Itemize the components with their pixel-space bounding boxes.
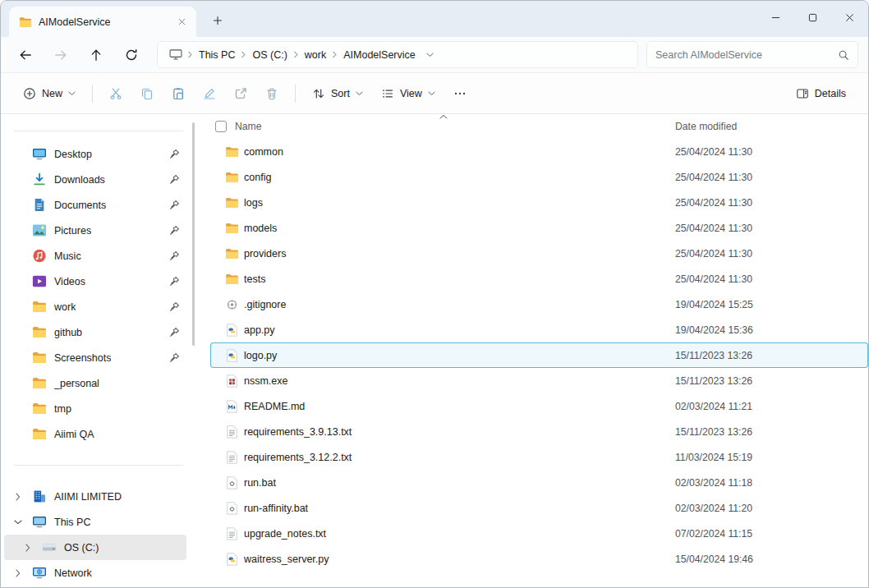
sidebar-item-label: Downloads bbox=[54, 174, 105, 186]
file-row-common[interactable]: common 25/04/2024 11:30 bbox=[210, 139, 868, 164]
file-row-run-affinity-bat[interactable]: run-affinity.bat 02/03/2024 11:20 bbox=[210, 495, 868, 521]
file-row-logs[interactable]: logs 25/04/2024 11:30 bbox=[210, 190, 868, 215]
column-header-name[interactable]: Name bbox=[235, 121, 675, 132]
folder-icon bbox=[32, 351, 47, 365]
file-row-run-bat[interactable]: run.bat 02/03/2024 11:18 bbox=[210, 470, 868, 495]
sidebar-divider bbox=[14, 131, 183, 131]
network-icon bbox=[32, 566, 47, 580]
refresh-button[interactable] bbox=[117, 41, 146, 69]
folder-icon bbox=[32, 300, 47, 314]
pinned-icon bbox=[169, 200, 180, 210]
sidebar-item-tmp[interactable]: tmp bbox=[4, 396, 186, 421]
breadcrumb-os-c[interactable]: OS (C:) bbox=[246, 46, 292, 64]
breadcrumb-dropdown-icon[interactable] bbox=[421, 53, 439, 57]
details-button[interactable]: Details bbox=[787, 80, 855, 108]
select-all-checkbox[interactable] bbox=[215, 121, 227, 132]
file-row-requirements-3-9-13-txt[interactable]: requirements_3.9.13.txt 15/11/2023 13:26 bbox=[210, 419, 868, 444]
explorer-tab[interactable]: AIModelService bbox=[9, 7, 196, 37]
file-date-modified: 19/04/2024 15:25 bbox=[675, 299, 753, 310]
this-pc-icon[interactable] bbox=[164, 49, 187, 60]
sidebar-item-network[interactable]: Network bbox=[4, 560, 186, 586]
file-name: config bbox=[244, 172, 675, 183]
drive-icon bbox=[42, 540, 57, 554]
address-bar[interactable]: This PC OS (C:) work AIModelService bbox=[157, 41, 638, 68]
chevron-down-icon bbox=[68, 91, 76, 96]
new-tab-button[interactable] bbox=[206, 9, 229, 32]
breadcrumb-work[interactable]: work bbox=[299, 46, 332, 64]
search-input[interactable] bbox=[655, 49, 838, 61]
sort-button[interactable]: Sort bbox=[303, 80, 372, 108]
file-date-modified: 11/03/2024 15:19 bbox=[675, 452, 752, 463]
chevron-icon[interactable] bbox=[12, 518, 32, 526]
search-icon[interactable] bbox=[838, 49, 849, 61]
music-icon bbox=[32, 249, 47, 263]
chevron-icon[interactable] bbox=[12, 569, 32, 577]
up-button[interactable] bbox=[81, 41, 111, 69]
chevron-icon[interactable] bbox=[22, 544, 42, 552]
sidebar-item-screenshots[interactable]: Screenshots bbox=[4, 345, 186, 370]
file-row-upgrade-notes-txt[interactable]: upgrade_notes.txt 07/02/2024 11:15 bbox=[210, 521, 868, 546]
sidebar-item-downloads[interactable]: Downloads bbox=[4, 167, 186, 192]
forward-button[interactable] bbox=[46, 41, 76, 69]
file-name: run-affinity.bat bbox=[244, 503, 675, 514]
chevron-icon[interactable] bbox=[12, 493, 32, 501]
sidebar-item-work[interactable]: work bbox=[4, 294, 186, 319]
file-name: .gitignore bbox=[244, 299, 675, 310]
git-icon bbox=[225, 298, 239, 311]
sidebar-item-pictures[interactable]: Pictures bbox=[4, 218, 186, 243]
rename-button[interactable] bbox=[194, 80, 225, 108]
sidebar-item-personal[interactable]: _personal bbox=[4, 370, 186, 396]
search-box[interactable] bbox=[646, 41, 858, 68]
file-row-readme-md[interactable]: README.md 02/03/2024 11:21 bbox=[210, 393, 868, 419]
sidebar-item-desktop[interactable]: Desktop bbox=[4, 141, 186, 167]
file-date-modified: 15/11/2023 13:26 bbox=[675, 350, 752, 361]
file-row-gitignore[interactable]: .gitignore 19/04/2024 15:25 bbox=[210, 292, 868, 317]
cut-button[interactable] bbox=[100, 80, 131, 108]
file-row-requirements-3-12-2-txt[interactable]: requirements_3.12.2.txt 11/03/2024 15:19 bbox=[210, 444, 868, 470]
sidebar-item-aiimi-qa[interactable]: Aiimi QA bbox=[4, 421, 186, 447]
minimize-button[interactable] bbox=[757, 1, 794, 34]
back-button[interactable] bbox=[11, 41, 40, 69]
close-icon bbox=[845, 13, 854, 22]
file-row-models[interactable]: models 25/04/2024 11:30 bbox=[210, 215, 868, 241]
file-date-modified: 15/11/2023 13:26 bbox=[675, 426, 752, 438]
sort-icon bbox=[312, 87, 325, 100]
file-row-nssm-exe[interactable]: nssm.exe 15/11/2023 13:26 bbox=[210, 368, 868, 393]
sidebar-item-documents[interactable]: Documents bbox=[4, 192, 186, 218]
breadcrumb-aimodelservice[interactable]: AIModelService bbox=[338, 46, 421, 64]
maximize-button[interactable] bbox=[794, 1, 831, 34]
breadcrumb-this-pc[interactable]: This PC bbox=[193, 46, 241, 64]
sidebar-item-aiimi-limited[interactable]: AIIMI LIMITED bbox=[4, 484, 186, 509]
sidebar-scrollbar[interactable] bbox=[192, 122, 195, 346]
more-options-button[interactable] bbox=[444, 80, 476, 108]
file-row-config[interactable]: config 25/04/2024 11:30 bbox=[210, 164, 868, 190]
paste-button[interactable] bbox=[163, 80, 194, 108]
sidebar-item-videos[interactable]: Videos bbox=[4, 269, 186, 294]
file-date-modified: 25/04/2024 11:30 bbox=[675, 172, 752, 183]
view-label: View bbox=[400, 88, 422, 99]
share-button[interactable] bbox=[225, 80, 256, 108]
thispc-icon bbox=[32, 515, 47, 529]
sidebar-item-this-pc[interactable]: This PC bbox=[4, 509, 186, 535]
file-name: models bbox=[244, 223, 675, 234]
file-row-app-py[interactable]: app.py 19/04/2024 15:36 bbox=[210, 317, 868, 342]
column-header-date-modified[interactable]: Date modified bbox=[675, 121, 737, 132]
tab-close-icon[interactable] bbox=[173, 14, 190, 30]
new-button[interactable]: New bbox=[14, 80, 85, 108]
sidebar-item-github[interactable]: github bbox=[4, 319, 186, 345]
sidebar-item-music[interactable]: Music bbox=[4, 243, 186, 269]
pinned-icon bbox=[169, 327, 180, 338]
business-icon bbox=[32, 489, 47, 503]
delete-button[interactable] bbox=[256, 80, 287, 108]
file-row-waitress-server-py[interactable]: waitress_server.py 15/04/2024 19:46 bbox=[210, 546, 868, 572]
file-row-tests[interactable]: tests 25/04/2024 11:30 bbox=[210, 266, 868, 292]
view-button[interactable]: View bbox=[372, 80, 444, 108]
copy-button[interactable] bbox=[131, 80, 163, 108]
sidebar-item-os-c[interactable]: OS (C:) bbox=[4, 535, 186, 560]
file-name: run.bat bbox=[244, 477, 675, 489]
markdown-icon bbox=[225, 400, 239, 413]
close-button[interactable] bbox=[831, 1, 868, 34]
videos-icon bbox=[32, 274, 47, 288]
file-row-logo-py[interactable]: logo.py 15/11/2023 13:26 bbox=[210, 342, 868, 368]
file-row-providers[interactable]: providers 25/04/2024 11:30 bbox=[210, 241, 868, 266]
